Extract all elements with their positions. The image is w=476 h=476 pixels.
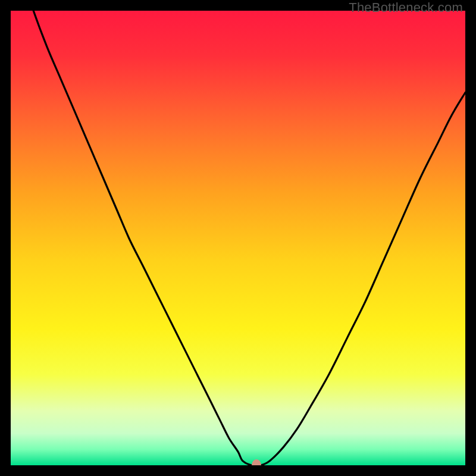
bottleneck-curve <box>11 11 465 465</box>
watermark-label: TheBottleneck.com <box>349 0 463 15</box>
plot-area <box>11 11 465 465</box>
chart-frame: TheBottleneck.com <box>0 0 476 476</box>
